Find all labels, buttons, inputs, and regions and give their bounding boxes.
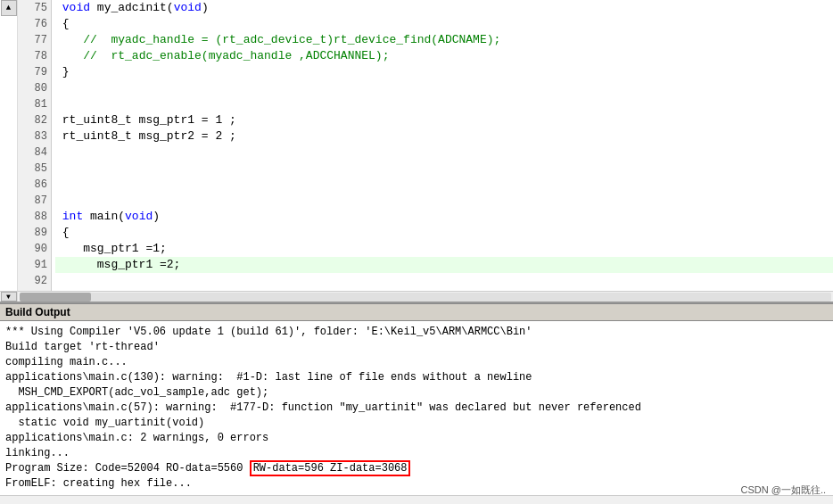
line-number: 80 (35, 80, 47, 96)
scroll-up-button[interactable]: ▲ (1, 0, 17, 16)
scrollbar-thumb[interactable] (20, 293, 91, 302)
line-number: 84 (35, 145, 47, 161)
code-line (55, 273, 833, 289)
line-number: 88 (35, 209, 47, 225)
line-number: 77 (35, 32, 47, 48)
code-line (55, 145, 833, 161)
scrollbar-track[interactable] (20, 293, 831, 302)
build-line: *** Using Compiler 'V5.06 update 1 (buil… (5, 325, 828, 340)
build-line: Build target 'rt-thread' (5, 340, 828, 355)
code-line (55, 96, 833, 112)
code-line: int main(void) (55, 209, 833, 225)
build-line: FromELF: creating hex file... (5, 476, 828, 492)
code-line (55, 193, 833, 209)
line-number: 92 (35, 273, 47, 289)
line-number: 85 (35, 161, 47, 177)
code-line: void my_adcinit(void) (55, 0, 833, 16)
code-line (55, 177, 833, 193)
line-number: 76 (35, 16, 47, 32)
code-line: rt_uint8_t msg_ptr2 = 2 ; (55, 128, 833, 145)
line-number: 91 (35, 257, 47, 273)
line-number: 78 (35, 48, 47, 64)
line-number: 87 (35, 193, 47, 209)
build-output-panel: Build Output *** Using Compiler 'V5.06 u… (0, 303, 833, 504)
code-line: // myadc_handle = (rt_adc_device_t)rt_de… (55, 32, 833, 48)
build-line: applications\main.c(57): warning: #177-D… (5, 401, 828, 416)
line-number: 79 (35, 64, 47, 80)
line-number: 75 (35, 0, 47, 16)
line-number: 89 (35, 225, 47, 241)
code-line: } (55, 64, 833, 80)
code-line: rt_uint8_t msg_ptr1 = 1 ; (55, 112, 833, 128)
build-line: linking... (5, 446, 828, 461)
build-output-text: *** Using Compiler 'V5.06 update 1 (buil… (0, 321, 833, 495)
code-line: { (55, 16, 833, 32)
code-line: // rt_adc_enable(myadc_handle ,ADCCHANNE… (55, 48, 833, 64)
code-editor: ▲ 75767778798081828384858687888990919293… (0, 0, 833, 303)
build-output-header: Build Output (0, 303, 833, 321)
scroll-down-button[interactable]: ▼ (1, 292, 17, 302)
line-number: 82 (35, 112, 47, 128)
build-line: Program Size: Code=52004 RO-data=5560 RW… (5, 461, 828, 476)
build-line: compiling main.c... (5, 355, 828, 370)
build-line: static void my_uartinit(void) (5, 416, 828, 431)
left-margin: ▲ (0, 0, 18, 291)
code-content: void my_adcinit(void) { // myadc_handle … (52, 0, 833, 291)
build-output-scrollbar[interactable] (0, 495, 833, 504)
code-line: msg_ptr1 =2; (55, 257, 833, 273)
line-number: 90 (35, 241, 47, 257)
build-line: applications\main.c: 2 warnings, 0 error… (5, 431, 828, 446)
horizontal-scrollbar[interactable] (18, 291, 833, 302)
line-number: 81 (35, 96, 47, 112)
highlighted-text: RW-data=596 ZI-data=3068 (250, 460, 411, 476)
watermark: CSDN @一如既往.. (740, 483, 826, 497)
code-line: { (55, 225, 833, 241)
build-line: MSH_CMD_EXPORT(adc_vol_sample,adc get); (5, 385, 828, 401)
line-numbers: 7576777879808182838485868788899091929394 (18, 0, 52, 291)
line-number: 83 (35, 128, 47, 145)
code-line (55, 161, 833, 177)
line-number: 86 (35, 177, 47, 193)
code-line: msg_ptr1 =1; (55, 241, 833, 257)
code-line (55, 80, 833, 96)
build-line: applications\main.c(130): warning: #1-D:… (5, 370, 828, 385)
